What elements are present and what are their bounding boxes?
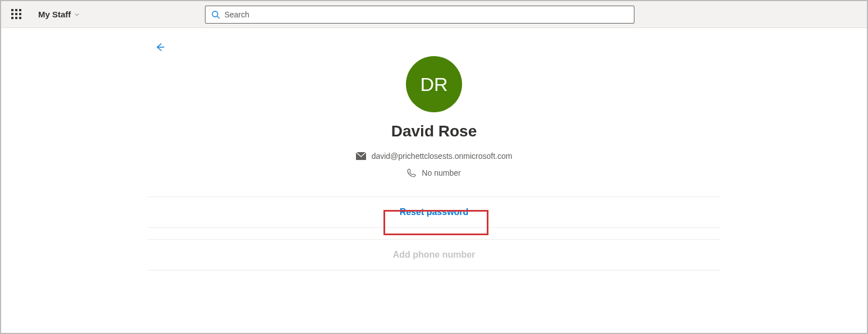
inner-content: DR David Rose david@prichettclosests.onm… — [148, 38, 720, 282]
email-row: david@prichettclosests.onmicrosoft.com — [356, 152, 513, 161]
avatar: DR — [406, 56, 462, 112]
profile-section: DR David Rose david@prichettclosests.onm… — [148, 56, 720, 185]
arrow-left-icon — [154, 42, 166, 53]
reset-password-label: Reset password — [400, 207, 469, 217]
phone-icon — [407, 168, 416, 177]
search-box[interactable] — [205, 6, 634, 24]
person-name: David Rose — [391, 122, 477, 140]
reset-password-button[interactable]: Reset password — [148, 196, 720, 228]
app-title-text: My Staff — [38, 10, 71, 19]
add-phone-label: Add phone number — [393, 250, 476, 260]
search-container — [80, 6, 759, 24]
svg-line-1 — [217, 16, 220, 19]
email-text: david@prichettclosests.onmicrosoft.com — [372, 152, 513, 161]
back-button[interactable] — [154, 42, 166, 53]
content-area: DR David Rose david@prichettclosests.onm… — [1, 28, 867, 282]
svg-point-0 — [212, 11, 218, 17]
phone-row: No number — [407, 168, 460, 177]
search-icon — [211, 10, 220, 19]
mail-icon — [356, 152, 366, 160]
waffle-icon[interactable] — [11, 9, 22, 20]
add-phone-button[interactable]: Add phone number — [148, 239, 720, 271]
phone-text: No number — [422, 168, 460, 177]
chevron-down-icon — [74, 12, 80, 17]
action-list: Reset password Add phone number — [148, 196, 720, 271]
app-header: My Staff — [1, 1, 867, 28]
app-title-dropdown[interactable]: My Staff — [38, 10, 80, 19]
search-input[interactable] — [225, 10, 628, 19]
